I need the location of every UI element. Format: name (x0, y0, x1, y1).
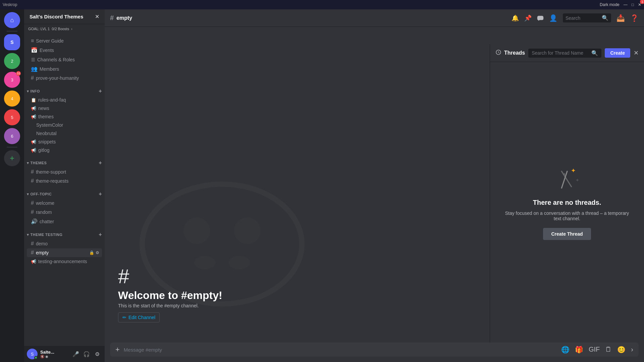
threads-search-input[interactable] (532, 50, 589, 56)
svg-point-1 (183, 218, 210, 244)
channel-content: # Welcome to #empty! This is the start o… (105, 27, 644, 343)
theme-requests-label: theme-requests (36, 178, 68, 184)
taskbar-right: Dark mode — □ ✕ (600, 2, 641, 7)
category-off-topic[interactable]: ▾ OFF-TOPIC + (24, 186, 105, 198)
mic-btn[interactable]: 🎤 (71, 349, 80, 359)
category-add-off-topic[interactable]: + (99, 191, 102, 197)
boost-chevron: › (71, 27, 72, 31)
channel-item-random[interactable]: # random (27, 208, 102, 217)
channel-item-channels-roles[interactable]: ≣ Channels & Roles (27, 55, 102, 64)
channel-name-label: empty (116, 15, 132, 21)
welcome-label: welcome (36, 200, 54, 206)
sidebar-header[interactable]: Salt's Discord Themes ✕ (24, 9, 105, 24)
server-icon-5[interactable]: 5 (4, 109, 20, 125)
server-dropdown-icon[interactable]: ✕ (95, 13, 99, 20)
emoji-icon[interactable]: 😊 (617, 346, 626, 354)
channel-item-rules-and-faq[interactable]: 📋 rules-and-faq (27, 96, 102, 104)
channel-item-members[interactable]: 👥 Members (27, 64, 102, 73)
channel-item-demo[interactable]: # demo (27, 239, 102, 248)
channel-item-welcome[interactable]: # welcome (27, 199, 102, 207)
search-input[interactable] (566, 15, 599, 21)
channel-item-news[interactable]: 📢 news (27, 104, 102, 112)
chatter-icon: 🔊 (31, 218, 38, 225)
channel-item-theme-requests[interactable]: # theme-requests (27, 177, 102, 185)
threads-empty-title: There are no threads. (533, 199, 601, 206)
message-add-icon[interactable]: + (115, 345, 120, 354)
gift-icon[interactable]: 🎁 (575, 346, 583, 354)
message-input[interactable] (124, 347, 557, 353)
sticker-icon[interactable]: 🗒 (605, 346, 612, 354)
channel-item-themes[interactable]: 📢 themes (27, 113, 102, 121)
category-add-theme-testing[interactable]: + (99, 232, 102, 238)
channel-item-prove-your-humanity[interactable]: # prove-your-humanity (27, 74, 102, 82)
channel-item-gitlog[interactable]: 📢 gitlog (27, 146, 102, 154)
chatter-label: chatter (40, 219, 54, 224)
members-list-icon[interactable]: 👤 (549, 14, 557, 22)
settings-btn[interactable]: ⚙ (93, 349, 102, 359)
threads-create-btn[interactable]: Create (605, 48, 630, 58)
main-content: # empty 🔔 📌 👤 🔍 📥 ❓ (105, 9, 644, 362)
channel-item-snippets[interactable]: 📢 snippets (27, 138, 102, 146)
category-themes[interactable]: ▾ THEMES + (24, 155, 105, 167)
server-icon-6[interactable]: 6 1 (4, 128, 20, 144)
server-icon-3[interactable]: 3 33 (4, 72, 20, 88)
members-label: Members (40, 66, 59, 72)
channels-roles-label: Channels & Roles (37, 57, 75, 62)
threads-close-icon[interactable]: ✕ (634, 49, 639, 57)
server-icon-discord[interactable]: ⌂ (4, 12, 20, 28)
threads-search[interactable]: 🔍 (528, 49, 601, 58)
channel-item-chatter[interactable]: 🔊 chatter (27, 217, 102, 226)
minimize-btn[interactable]: — (624, 2, 628, 7)
channel-item-server-guide[interactable]: ≡ Server Guide (27, 37, 102, 45)
add-server-btn[interactable]: + (4, 150, 20, 166)
subchannel-neobrutal-label: Neobrutal (36, 131, 57, 136)
threads-empty-state: There are no threads. Stay focused on a … (490, 62, 644, 343)
channel-item-empty[interactable]: # empty 🔒 ⚙ (27, 248, 102, 257)
empty-channel-icon: # (31, 250, 34, 256)
pin-icon[interactable]: 📌 (524, 14, 532, 22)
inbox-icon[interactable]: 📥 (616, 14, 625, 22)
channel-list: ≡ Server Guide 📅 Events ≣ Channels & Rol… (24, 34, 105, 346)
threads-icon[interactable] (537, 15, 544, 21)
notify-icon[interactable]: 🔔 (512, 14, 519, 22)
server-icon-active[interactable]: S (4, 34, 20, 50)
channel-item-theme-support[interactable]: # theme-support (27, 168, 102, 176)
server-icon-4[interactable]: 4 (4, 90, 20, 107)
dark-mode-label[interactable]: Dark mode (600, 2, 620, 7)
welcome-title: Welcome to #empty! (118, 289, 222, 302)
user-info: Salte... 🔇 ◉ (40, 350, 68, 358)
subchannel-systemcolor[interactable]: SystemColor (27, 121, 102, 129)
category-theme-testing[interactable]: ▾ THEME TESTING + (24, 226, 105, 239)
gif-icon[interactable]: GIF (589, 346, 600, 354)
user-status: 🔇 ◉ (40, 355, 68, 358)
server-icon-2[interactable]: 2 (4, 53, 20, 69)
create-thread-btn[interactable]: Create Thread (543, 228, 591, 240)
testing-announcements-label: testing-announcements (38, 259, 87, 264)
edit-channel-btn[interactable]: ✏ Edit Channel (118, 312, 160, 322)
channel-sidebar: Salt's Discord Themes ✕ GOAL: LVL 1 0/2 … (24, 9, 105, 362)
boost-bar[interactable]: GOAL: LVL 1 0/2 Boosts › (24, 24, 105, 34)
channel-item-events[interactable]: 📅 Events (27, 46, 102, 55)
welcome-hash-symbol: # (118, 266, 222, 287)
category-add-info[interactable]: + (99, 88, 102, 94)
threads-title-label: Threads (504, 50, 525, 56)
search-bar[interactable]: 🔍 (563, 13, 611, 22)
headphones-btn[interactable]: 🎧 (82, 349, 91, 359)
server-separator-1 (7, 31, 17, 32)
channel-item-testing-announcements[interactable]: 📢 testing-announcements (27, 257, 102, 265)
maximize-btn[interactable]: □ (632, 2, 634, 7)
events-icon: 📅 (31, 47, 38, 53)
expand-icon[interactable]: › (631, 346, 633, 354)
translate-icon[interactable]: 🌐 (561, 346, 570, 354)
boost-goal: GOAL: LVL 1 (28, 27, 50, 31)
help-icon[interactable]: ❓ (630, 14, 639, 22)
events-label: Events (40, 48, 54, 53)
edit-pencil-icon: ✏ (122, 315, 126, 320)
svg-point-7 (564, 173, 565, 175)
category-info[interactable]: ▾ INFO + (24, 83, 105, 96)
empty-settings-icon[interactable]: ⚙ (96, 250, 99, 255)
category-add-themes[interactable]: + (99, 160, 102, 166)
subchannel-systemcolor-label: SystemColor (36, 122, 63, 128)
subchannel-neobrutal[interactable]: Neobrutal (27, 129, 102, 137)
snippets-icon: 📢 (31, 139, 36, 144)
